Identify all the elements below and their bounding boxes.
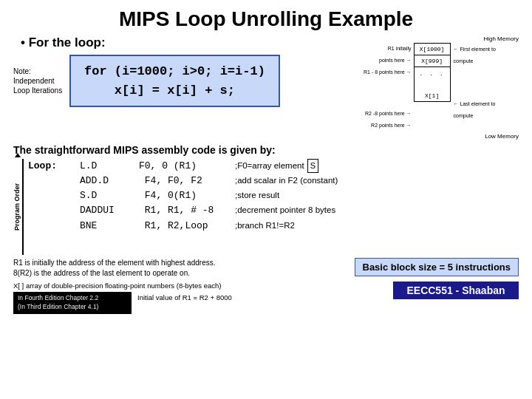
high-memory-label: High Memory (364, 35, 519, 42)
program-order-label: Program Order (13, 159, 24, 255)
main-page: MIPS Loop Unrolling Example • For the lo… (0, 0, 532, 399)
asm-comment-2: ;store result (235, 189, 279, 202)
r1-8-points-label: R1 - 8 points here → (364, 66, 412, 78)
note-box-row: Note:IndependentLoop Iterations for (i=1… (13, 55, 356, 107)
footer-left: X[ ] array of double-precision floating-… (13, 282, 386, 314)
eecc-box: EECC551 - Shaaban (393, 282, 519, 299)
asm-row-3: DADDUI R1, R1, # -8 ;decrement pointer 8… (28, 203, 519, 218)
asm-row-2: S.D F4, 0(R1) ;store result (28, 188, 519, 203)
memory-diagram-col: High Memory R1 initially points here → R… (364, 35, 519, 140)
edition-label2: (In Third Edition Chapter 4.1) (18, 303, 127, 312)
asm-label-2 (28, 188, 80, 203)
code-line1: for (i=1000; i>0; i=i-1) (84, 62, 265, 81)
asm-row-4: BNE R1, R2,Loop ;branch R1!=R2 (28, 219, 519, 233)
straightforward-text: The straightforward MIPS assembly code i… (13, 144, 519, 156)
memory-cells: X[1000] X[999] . . . X[1] (414, 43, 451, 102)
asm-comment-0: ;F0=array element (235, 160, 304, 173)
r1-note-line2: 8(R2) is the address of the last element… (13, 268, 347, 279)
s-badge: S (307, 159, 318, 173)
mem-cell-999: X[999] (415, 55, 450, 67)
asm-label-1 (28, 174, 80, 188)
mem-cell-dots: . . . (415, 67, 450, 89)
r2-points-label: R2 points here → (364, 120, 412, 132)
assembly-table: Loop: L.D F0, 0 (R1) ;F0=array element S… (28, 159, 519, 233)
low-memory-label: Low Memory (364, 133, 519, 140)
asm-comment-1: ;add scalar in F2 (constant) (235, 174, 338, 188)
last-element-label2: compute (454, 109, 496, 121)
edition-box: In Fourth Edition Chapter 2.2 (In Third … (13, 292, 132, 314)
asm-instr-2: S.D (80, 188, 139, 203)
code-box: for (i=1000; i>0; i=i-1) x[i] = x[i] + s… (69, 55, 280, 107)
page-title: MIPS Loop Unrolling Example (13, 7, 519, 31)
asm-comment-4: ;branch R1!=R2 (235, 219, 295, 233)
arrow-down-icon (15, 153, 21, 157)
code-line2: x[i] = x[i] + s; (84, 81, 265, 100)
asm-operands-0: F0, 0 (R1) (139, 159, 235, 174)
asm-instr-4: BNE (80, 219, 139, 233)
left-column: • For the loop: Note:IndependentLoop Ite… (13, 35, 356, 107)
asm-instr-0: L.D (80, 159, 139, 174)
mem-cell-1: X[1] (415, 89, 450, 101)
asm-label-0: Loop: (28, 159, 80, 174)
asm-operands-3: R1, R1, # -8 (139, 203, 235, 218)
asm-operands-1: F4, F0, F2 (139, 174, 235, 188)
note-label: Note:IndependentLoop Iterations (13, 66, 65, 95)
r1-note: R1 is initially the address of the eleme… (13, 258, 347, 279)
mem-cell-1000: X[1000] (415, 44, 450, 55)
bottom-section: R1 is initially the address of the eleme… (13, 258, 519, 279)
assembly-section: Program Order Loop: L.D F0, 0 (R1) ;F0=a… (13, 159, 519, 255)
initial-val-box: Initial value of R1 = R2 + 8000 (137, 292, 256, 314)
x-array-note: X[ ] array of double-precision floating-… (13, 282, 386, 290)
asm-instr-3: DADDUI (80, 203, 139, 218)
r1-initially-label: R1 initially (364, 43, 412, 55)
r1-points-label: points here → (364, 55, 412, 66)
asm-row-1: ADD.D F4, F0, F2 ;add scalar in F2 (cons… (28, 174, 519, 188)
first-element-label: ← First element to (454, 43, 496, 55)
top-section: • For the loop: Note:IndependentLoop Ite… (13, 35, 519, 140)
asm-operands-4: R1, R2,Loop (139, 219, 235, 233)
bullet: • (21, 35, 29, 50)
for-loop-label: • For the loop: (21, 35, 356, 50)
asm-operands-2: F4, 0(R1) (139, 188, 235, 203)
r1-note-line1: R1 is initially the address of the eleme… (13, 258, 347, 268)
basic-block-box: Basic block size = 5 instructions (355, 258, 519, 276)
r2-neg8-label: R2 -8 points here → (364, 108, 412, 120)
asm-instr-1: ADD.D (80, 174, 139, 188)
bottom-footer: X[ ] array of double-precision floating-… (13, 282, 519, 314)
asm-comment-3: ;decrement pointer 8 bytes (235, 204, 335, 217)
edition-label1: In Fourth Edition Chapter 2.2 (18, 294, 127, 303)
asm-label-3 (28, 203, 80, 218)
first-element-label2: compute (454, 55, 496, 66)
asm-label-4 (28, 219, 80, 233)
last-element-label: ← Last element to (454, 98, 496, 109)
asm-row-0: Loop: L.D F0, 0 (R1) ;F0=array element S (28, 159, 519, 174)
